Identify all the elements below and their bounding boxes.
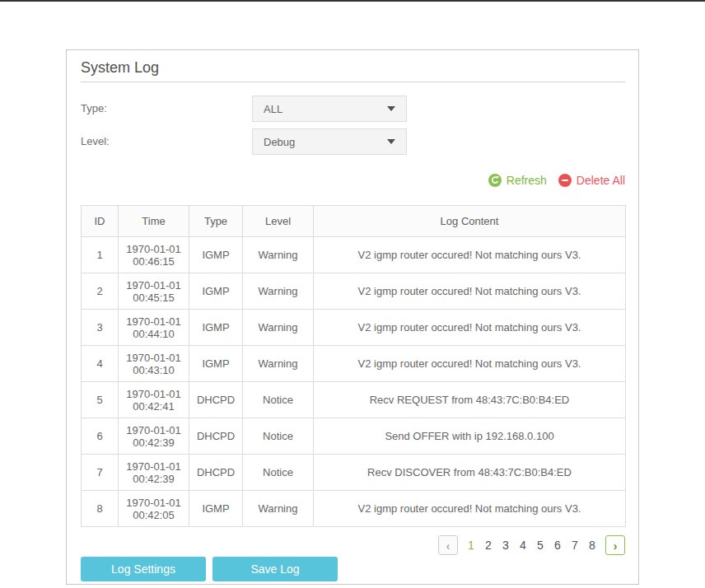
cell-id: 5 <box>82 382 119 418</box>
cell-level: Warning <box>243 346 314 382</box>
cell-log-content: V2 igmp router occured! Not matching our… <box>314 346 626 382</box>
refresh-label: Refresh <box>507 174 547 187</box>
cell-id: 7 <box>82 455 119 491</box>
cell-time: 1970-01-0100:43:10 <box>119 346 189 382</box>
pagination-page-4[interactable]: 4 <box>516 535 530 555</box>
refresh-icon <box>488 174 502 187</box>
level-filter-label: Level: <box>81 128 180 155</box>
cell-level: Notice <box>243 455 314 491</box>
cell-log-content: V2 igmp router occured! Not matching our… <box>314 491 626 527</box>
cell-log-content: Recv DISCOVER from 48:43:7C:B0:B4:ED <box>314 455 626 491</box>
col-header-type: Type <box>189 206 243 237</box>
cell-time: 1970-01-0100:44:10 <box>119 310 189 346</box>
cell-type: IGMP <box>189 237 243 273</box>
level-dropdown[interactable]: Debug <box>252 128 407 155</box>
table-actions-row: Refresh Delete All <box>81 173 625 188</box>
level-dropdown-value: Debug <box>253 136 387 148</box>
cell-type: IGMP <box>189 346 243 382</box>
type-filter-label: Type: <box>81 96 180 122</box>
refresh-button[interactable]: Refresh <box>488 174 547 187</box>
page-title: System Log <box>81 59 159 77</box>
table-row: 2 1970-01-0100:45:15 IGMP Warning V2 igm… <box>82 273 626 310</box>
cell-type: DHCPD <box>189 418 243 455</box>
minus-circle-icon <box>558 174 572 187</box>
cell-time: 1970-01-0100:42:05 <box>119 491 189 527</box>
cell-id: 4 <box>82 346 119 382</box>
cell-log-content: V2 igmp router occured! Not matching our… <box>314 273 626 310</box>
col-header-level: Level <box>243 206 314 237</box>
pagination-page-6[interactable]: 6 <box>550 535 565 555</box>
pagination-page-1[interactable]: 1 <box>464 535 479 555</box>
table-header-row: ID Time Type Level Log Content <box>82 206 626 237</box>
pagination-next-button[interactable]: › <box>605 535 625 555</box>
cell-log-content: V2 igmp router occured! Not matching our… <box>314 310 626 346</box>
log-table: ID Time Type Level Log Content 1 1970-01… <box>81 205 626 527</box>
pagination-page-3[interactable]: 3 <box>498 535 513 555</box>
cell-type: DHCPD <box>189 382 243 418</box>
cell-time: 1970-01-0100:45:15 <box>119 273 189 310</box>
type-dropdown[interactable]: ALL <box>252 96 407 122</box>
cell-id: 2 <box>82 273 119 310</box>
table-row: 3 1970-01-0100:44:10 IGMP Warning V2 igm… <box>82 310 626 346</box>
col-header-id: ID <box>82 206 119 237</box>
pagination-page-7[interactable]: 7 <box>567 535 582 555</box>
pagination-prev-button[interactable]: ‹ <box>438 535 458 555</box>
save-log-button[interactable]: Save Log <box>212 557 338 581</box>
cell-type: IGMP <box>189 310 243 346</box>
cell-level: Notice <box>243 382 314 418</box>
cell-log-content: Send OFFER with ip 192.168.0.100 <box>314 418 626 455</box>
pagination-page-8[interactable]: 8 <box>585 535 600 555</box>
table-row: 7 1970-01-0100:42:39 DHCPD Notice Recv D… <box>82 455 626 491</box>
pagination: ‹ 1 2 3 4 5 6 7 8 › <box>81 535 625 555</box>
cell-time: 1970-01-0100:46:15 <box>119 237 189 273</box>
cell-level: Warning <box>243 491 314 527</box>
col-header-log-content: Log Content <box>314 206 626 237</box>
cell-id: 3 <box>82 310 119 346</box>
cell-level: Warning <box>243 273 314 310</box>
log-settings-button[interactable]: Log Settings <box>81 557 206 581</box>
cell-id: 1 <box>82 237 119 273</box>
system-log-panel: System Log Type: ALL Level: Debug Refres… <box>66 49 639 585</box>
cell-level: Warning <box>243 237 314 273</box>
cell-type: DHCPD <box>189 455 243 491</box>
title-separator <box>81 82 625 82</box>
delete-all-label: Delete All <box>577 174 625 187</box>
pagination-page-2[interactable]: 2 <box>481 535 496 555</box>
pagination-page-5[interactable]: 5 <box>533 535 548 555</box>
cell-log-content: V2 igmp router occured! Not matching our… <box>314 237 626 273</box>
cell-id: 6 <box>82 418 119 455</box>
chevron-down-icon <box>387 106 395 111</box>
table-row: 6 1970-01-0100:42:39 DHCPD Notice Send O… <box>82 418 626 455</box>
cell-type: IGMP <box>189 273 243 310</box>
cell-time: 1970-01-0100:42:39 <box>119 455 189 491</box>
cell-time: 1970-01-0100:42:39 <box>119 418 189 455</box>
table-row: 4 1970-01-0100:43:10 IGMP Warning V2 igm… <box>82 346 626 382</box>
cell-type: IGMP <box>189 491 243 527</box>
cell-log-content: Recv REQUEST from 48:43:7C:B0:B4:ED <box>314 382 626 418</box>
table-row: 5 1970-01-0100:42:41 DHCPD Notice Recv R… <box>82 382 626 418</box>
cell-level: Notice <box>243 418 314 455</box>
table-row: 1 1970-01-0100:46:15 IGMP Warning V2 igm… <box>82 237 626 273</box>
window-top-edge <box>0 0 705 2</box>
cell-id: 8 <box>82 491 119 527</box>
delete-all-button[interactable]: Delete All <box>558 174 625 187</box>
col-header-time: Time <box>119 206 189 237</box>
type-dropdown-value: ALL <box>253 103 387 115</box>
chevron-down-icon <box>387 139 395 144</box>
cell-time: 1970-01-0100:42:41 <box>119 382 189 418</box>
table-row: 8 1970-01-0100:42:05 IGMP Warning V2 igm… <box>82 491 626 527</box>
cell-level: Warning <box>243 310 314 346</box>
